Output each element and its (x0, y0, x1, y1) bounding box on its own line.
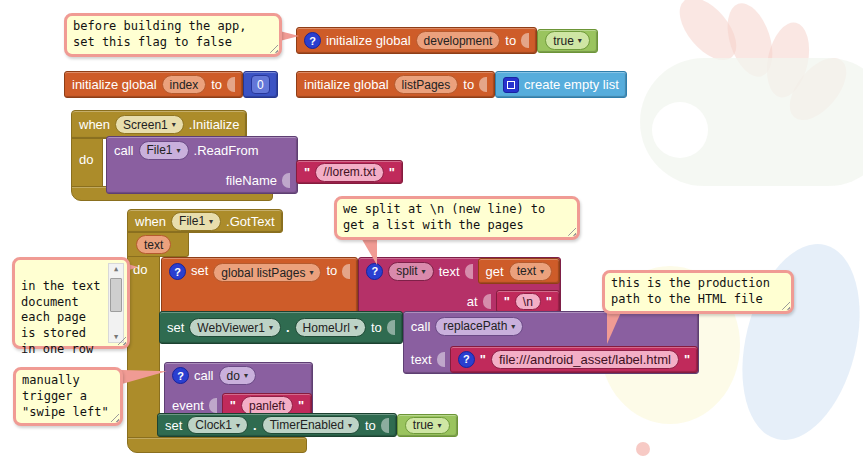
blocks-canvas[interactable]: before building the app, set this flag t… (0, 0, 863, 459)
comment-text: in the text document each page is stored… (21, 279, 100, 356)
value-socket (381, 418, 389, 433)
param-label: event (172, 398, 204, 413)
block-when-file1-gottext[interactable]: when File1▾ .GotText (127, 209, 283, 233)
logic-value-dropdown[interactable]: true▾ (545, 31, 590, 50)
close-quote: " (684, 352, 690, 367)
question-icon[interactable]: ? (172, 367, 189, 384)
background-watermark-blob (636, 442, 650, 456)
event-block-footer[interactable] (127, 437, 307, 453)
component-dropdown[interactable]: File1▾ (139, 141, 189, 160)
comment-production-path[interactable]: this is the production path to the HTML … (602, 270, 794, 314)
logic-value: true (413, 418, 434, 432)
comment-before-building[interactable]: before building the app, set this flag t… (64, 13, 282, 57)
comment-document-note[interactable]: in the text document each page is stored… (12, 257, 130, 349)
logic-value-dropdown[interactable]: true▾ (405, 417, 450, 434)
comment-text: manually trigger a "swipe left" (22, 373, 109, 419)
number-field[interactable]: 0 (251, 75, 270, 94)
param-label: text (411, 352, 432, 367)
block-label: to (365, 418, 376, 433)
open-quote: " (504, 294, 510, 309)
property-dropdown[interactable]: HomeUrl▾ (295, 318, 366, 337)
component-name: Clock1 (195, 418, 232, 432)
block-set-global-listpages[interactable]: ? set global listPages▾ to (161, 257, 358, 315)
block-string-htmlpath[interactable]: ? " file:///android_asset/label.html " (450, 346, 698, 373)
split-op: split (396, 264, 417, 278)
block-label: to (371, 320, 382, 335)
chevron-down-icon: ▾ (244, 371, 248, 380)
block-set-clock-timerenabled[interactable]: set Clock1▾ . TimerEnabled▾ to (157, 413, 397, 437)
component-dropdown[interactable]: Clock1▾ (187, 416, 248, 434)
block-call-file1-readfrom[interactable]: call File1▾ .ReadFrom fileName (106, 136, 298, 194)
chevron-down-icon: ▾ (236, 421, 240, 430)
value-socket (437, 352, 445, 367)
open-quote: " (230, 398, 236, 413)
chevron-down-icon: ▾ (354, 323, 358, 332)
open-quote: " (304, 165, 310, 180)
block-label: initialize global (326, 33, 411, 48)
value-socket (465, 264, 473, 279)
block-string-lorem[interactable]: " //lorem.txt " (296, 160, 403, 184)
block-init-global-listpages[interactable]: initialize global listPages to (296, 71, 495, 98)
property-dropdown[interactable]: TimerEnabled▾ (262, 416, 360, 434)
open-quote: " (480, 352, 486, 367)
block-string-newline[interactable]: " \n " (496, 290, 560, 313)
question-icon[interactable]: ? (458, 351, 475, 368)
comment-split-note[interactable]: we split at \n (new line) to get a list … (334, 196, 580, 240)
string-field[interactable]: file:///android_asset/label.html (491, 350, 679, 369)
block-label: to (326, 263, 337, 278)
split-op-dropdown[interactable]: split▾ (388, 262, 433, 281)
logic-value: true (553, 34, 574, 48)
chevron-down-icon: ▾ (309, 268, 313, 277)
block-label: get (486, 264, 504, 279)
block-when-screen1-initialize[interactable]: when Screen1▾ .Initialize (71, 110, 247, 139)
string-field[interactable]: \n (515, 293, 541, 310)
block-logic-true[interactable]: true▾ (537, 29, 598, 53)
question-icon[interactable]: ? (366, 263, 383, 280)
chevron-down-icon: ▾ (437, 421, 441, 430)
comment-text: before building the app, set this flag t… (73, 19, 246, 49)
value-socket (521, 33, 529, 48)
property-name: HomeUrl (303, 321, 350, 335)
lorem-string-row: " //lorem.txt " (296, 160, 403, 184)
procedure-dropdown[interactable]: replacePath▾ (435, 317, 523, 336)
block-set-webviewer-homeurl[interactable]: set WebViewer1▾ . HomeUrl▾ to (159, 311, 403, 344)
variable-name-field[interactable]: listPages (394, 75, 459, 94)
component-dropdown[interactable]: File1▾ (171, 212, 221, 231)
resize-handle[interactable] (566, 226, 576, 236)
resize-handle[interactable] (268, 43, 278, 53)
value-socket (387, 320, 395, 335)
variable-dropdown[interactable]: global listPages▾ (213, 263, 321, 282)
comment-tail (360, 236, 377, 265)
comment-scrollbar[interactable]: ▲ ▼ (108, 263, 124, 343)
scrollbar-thumb[interactable] (110, 278, 122, 312)
resize-handle[interactable] (780, 300, 790, 310)
procedure-dropdown[interactable]: do▾ (219, 366, 256, 385)
block-call-replacepath[interactable]: call replacePath▾ text ? " file:///andro… (403, 311, 699, 374)
resize-handle[interactable] (109, 412, 119, 422)
block-split[interactable]: ? split▾ text get text▾ at " \n " (358, 257, 561, 315)
scroll-down-icon[interactable]: ▼ (114, 332, 118, 342)
block-init-global-index[interactable]: initialize global index to (64, 71, 243, 98)
component-dropdown[interactable]: Screen1▾ (115, 115, 184, 134)
block-create-empty-list[interactable]: create empty list (495, 71, 627, 98)
variable-name-field[interactable]: development (416, 31, 501, 50)
block-call-do[interactable]: ? call do▾ event " panleft " (164, 362, 313, 419)
init-index-row: initialize global index to 0 (64, 71, 278, 98)
event-param-pill[interactable]: text (136, 235, 171, 254)
variable-name-field[interactable]: index (162, 75, 207, 94)
block-logic-true[interactable]: true▾ (397, 414, 458, 437)
when-file1-row: when File1▾ .GotText (127, 209, 283, 233)
string-field[interactable]: //lorem.txt (315, 163, 384, 182)
component-dropdown[interactable]: WebViewer1▾ (189, 318, 281, 337)
set-timerenabled-row: set Clock1▾ . TimerEnabled▾ to true▾ (157, 413, 458, 437)
variable-dropdown[interactable]: text▾ (509, 262, 552, 281)
scroll-up-icon[interactable]: ▲ (114, 264, 118, 274)
block-number-zero[interactable]: 0 (243, 71, 278, 98)
comment-swipe-note[interactable]: manually trigger a "swipe left" (13, 367, 123, 426)
call-readfrom-row: call File1▾ .ReadFrom fileName (106, 136, 298, 194)
question-icon[interactable]: ? (169, 263, 186, 280)
block-get-text[interactable]: get text▾ (478, 258, 560, 284)
block-init-global-development[interactable]: ? initialize global development to (296, 27, 537, 54)
block-label: set (191, 263, 208, 278)
question-icon[interactable]: ? (304, 32, 321, 49)
